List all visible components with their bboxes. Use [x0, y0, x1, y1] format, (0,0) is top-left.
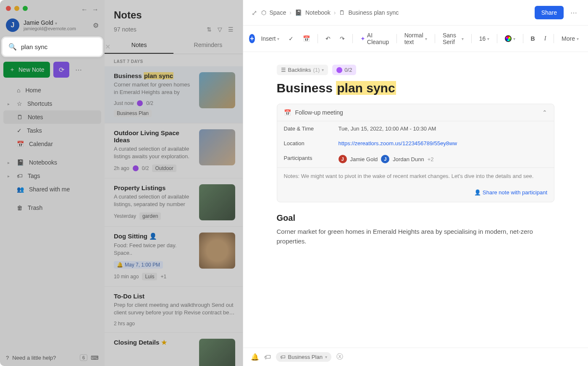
reminder-badge[interactable]: 🔔May 7, 1:00 PM — [114, 261, 163, 269]
note-tag[interactable]: Outdoor — [152, 165, 176, 172]
document-title[interactable]: Business plan sync — [277, 81, 555, 95]
note-item[interactable]: Dog Sitting 👤 Food: Feed twice per day. … — [105, 227, 243, 287]
calendar-icon: 📅 — [284, 109, 291, 116]
more-formatting-button[interactable]: More▾ — [558, 33, 582, 44]
note-title: To-Do List — [114, 293, 235, 300]
section-paragraph[interactable]: Corner market for green homes in Emerald… — [277, 227, 555, 246]
participant-name: Jamie Gold — [350, 156, 378, 162]
help-icon: ? — [6, 355, 9, 361]
insert-button[interactable]: Insert▾ — [257, 33, 283, 44]
tab-notes[interactable]: Notes — [105, 37, 173, 54]
note-tag[interactable]: garden — [139, 212, 161, 220]
note-thumbnail — [199, 129, 235, 165]
keyboard-icon[interactable]: ⌨ — [91, 355, 99, 361]
note-thumbnail — [199, 184, 235, 220]
search-input[interactable] — [21, 43, 101, 50]
meeting-header[interactable]: 📅 Follow-up meeting ⌃ — [277, 104, 554, 121]
new-note-button[interactable]: ＋New Note — [3, 62, 50, 78]
tab-reminders[interactable]: Reminders — [173, 37, 242, 54]
expand-icon[interactable]: ⤢ — [252, 9, 257, 17]
crumb-note[interactable]: Business plan sync — [348, 9, 399, 16]
bold-button[interactable]: B — [528, 33, 538, 44]
note-item[interactable]: To-Do List Prep for client meeting and w… — [105, 287, 243, 333]
crumb-space[interactable]: Space — [270, 9, 286, 16]
nav-calendar[interactable]: 📅Calendar — [3, 137, 101, 151]
participants-more[interactable]: +2 — [428, 156, 434, 162]
chevron-up-icon[interactable]: ⌃ — [542, 109, 547, 116]
search-box[interactable]: 🔍 ✕ — [3, 38, 102, 56]
note-preview: Corner market for green homes in Emerald… — [114, 81, 193, 96]
nav-forward-icon[interactable]: → — [92, 6, 99, 13]
share-button[interactable]: Share — [535, 6, 564, 19]
remove-tag-icon[interactable]: ⓧ — [336, 353, 343, 361]
help-bar[interactable]: ? Need a little help? 6 ⌨ — [0, 349, 105, 366]
nav-shortcuts[interactable]: ▸☆Shortcuts — [3, 97, 101, 110]
font-select[interactable]: Sans Serif▾ — [439, 30, 467, 47]
more-icon[interactable]: ⋯ — [568, 9, 580, 17]
note-item[interactable]: Business plan sync Corner market for gre… — [105, 66, 243, 123]
redo-icon[interactable]: ↷ — [336, 33, 348, 44]
crumb-notebook[interactable]: Notebook — [305, 9, 331, 16]
view-icon[interactable]: ☰ — [228, 26, 234, 33]
sparkle-icon: ✦ — [360, 35, 365, 42]
participant-avatar: J — [381, 155, 389, 163]
calendar-icon[interactable]: 📅 — [299, 33, 313, 44]
note-item[interactable]: Outdoor Living Space Ideas A curated sel… — [105, 123, 243, 178]
note-tag[interactable]: Business Plan — [114, 110, 152, 117]
meeting-participants-label: Participants — [284, 155, 339, 163]
text-color-button[interactable]: ▾ — [501, 33, 519, 44]
account-name: Jamie Gold — [24, 19, 53, 26]
notebook-icon: 📓 — [17, 159, 24, 166]
close-window[interactable] — [6, 6, 11, 11]
nav-home[interactable]: ⌂Home — [3, 84, 101, 97]
ai-button[interactable]: ⟳ — [53, 62, 69, 78]
editor-footer: 🔔 🏷 🏷Business Plan▾ ⓧ — [243, 348, 588, 366]
check-icon — [336, 67, 342, 73]
account-row[interactable]: J Jamie Gold ▾ jamiegold@evernote.com ⚙ — [0, 14, 105, 36]
insert-plus-icon[interactable]: + — [249, 34, 255, 43]
text-style-select[interactable]: Normal text▾ — [401, 30, 431, 47]
meeting-location-link[interactable]: https://zereatlors.zoom.us/1223456789/55… — [339, 140, 457, 146]
note-item[interactable]: Closing Details ★ — [105, 333, 243, 366]
progress-pill[interactable]: 0/2 — [332, 65, 356, 75]
more-icon[interactable]: ⋯ — [73, 63, 84, 76]
nav-back-icon[interactable]: ← — [81, 6, 88, 13]
notelist-title: Notes — [114, 9, 234, 21]
reminder-icon[interactable]: 🔔 — [251, 353, 259, 361]
footer-tag[interactable]: 🏷Business Plan▾ — [276, 352, 331, 362]
note-thumbnail — [199, 339, 235, 366]
undo-icon[interactable]: ↶ — [322, 33, 334, 44]
share-with-participant-link[interactable]: 👤 Share note with participant — [474, 189, 547, 196]
note-icon: 🗒 — [17, 114, 23, 120]
nav-tasks[interactable]: ✓Tasks — [3, 124, 101, 137]
chevron-right-icon[interactable]: ▸ — [8, 102, 12, 106]
font-size-select[interactable]: 16▾ — [476, 33, 493, 44]
nav-notebooks[interactable]: ▸📓Notebooks — [3, 156, 101, 169]
task-icon[interactable]: ✓ — [285, 33, 297, 44]
nav-shared[interactable]: 👥Shared with me — [3, 183, 101, 196]
meeting-datetime-value: Tue, Jun 15, 2022, 10:00 AM - 10:30 AM — [339, 125, 436, 132]
nav-notes[interactable]: 🗒Notes — [3, 110, 101, 124]
italic-button[interactable]: I — [541, 33, 550, 44]
note-thumbnail — [199, 233, 235, 269]
maximize-window[interactable] — [23, 6, 28, 11]
color-ring-icon — [505, 35, 512, 42]
notebook-icon: 📓 — [295, 9, 302, 16]
backlinks-pill[interactable]: ☰Backlinks(1)▾ — [277, 65, 328, 75]
tag-add-icon[interactable]: 🏷 — [264, 353, 271, 361]
section-heading[interactable]: Goal — [277, 213, 555, 223]
clear-search-icon[interactable]: ✕ — [105, 43, 110, 51]
ai-cleanup-button[interactable]: ✦AI Cleanup — [357, 30, 392, 47]
note-preview: A curated selection of available listing… — [114, 145, 193, 160]
nav-trash[interactable]: 🗑Trash — [3, 201, 101, 214]
chevron-right-icon[interactable]: ▸ — [8, 174, 12, 178]
note-thumbnail — [199, 72, 235, 108]
minimize-window[interactable] — [14, 6, 19, 11]
filter-icon[interactable]: ▽ — [218, 26, 222, 33]
sort-icon[interactable]: ⇅ — [207, 26, 212, 33]
nav-tags[interactable]: ▸🏷Tags — [3, 169, 101, 183]
trash-icon: 🗑 — [17, 204, 23, 211]
gear-icon[interactable]: ⚙ — [93, 21, 99, 29]
chevron-right-icon[interactable]: ▸ — [8, 160, 12, 165]
note-item[interactable]: Property Listings A curated selection of… — [105, 178, 243, 227]
